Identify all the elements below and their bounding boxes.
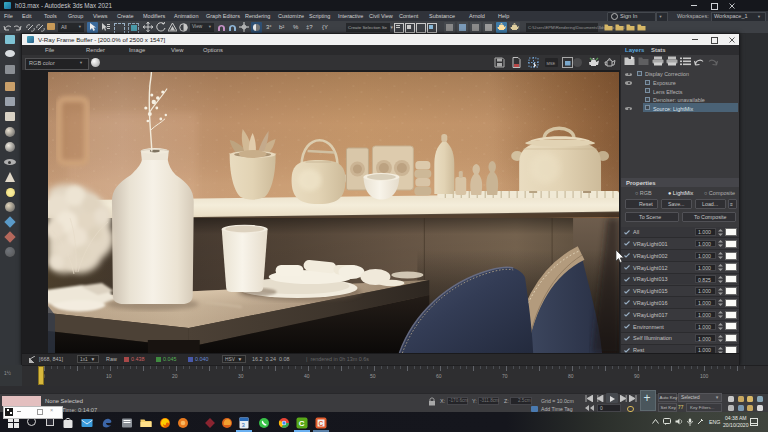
svg-text:C: C <box>299 419 305 428</box>
svg-text:C: C <box>318 419 323 426</box>
